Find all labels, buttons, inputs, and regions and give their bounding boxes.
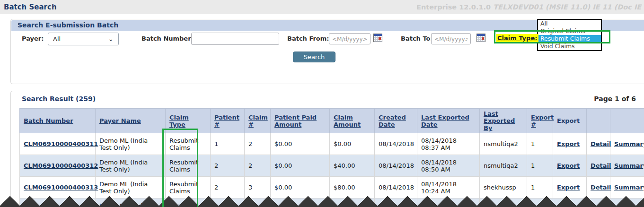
col-header-patient-paid[interactable]: Patient Paid Amount [271, 109, 330, 133]
col-header-patient-count[interactable]: Patient # [211, 109, 245, 133]
payer-name-cell: Demo ML (India Test Only) [96, 133, 166, 155]
last-exported-by-cell: shekhussp [480, 177, 527, 198]
patient-paid-cell: $0.00 [271, 155, 330, 177]
batch-to-label: Batch To: [401, 35, 433, 42]
calendar-icon[interactable] [373, 34, 382, 42]
col-header-claim-type[interactable]: Claim Type [166, 109, 211, 133]
col-header-last-exported-by[interactable]: Last Exported By [480, 109, 527, 133]
top-bar: Batch Search Enterprise 12.0.1.0 TELXDEV… [0, 0, 644, 14]
environment-version: Enterprise 12.0.1.0 [416, 3, 493, 11]
claim-amount-cell: $40.00 [330, 155, 375, 177]
environment-info: Enterprise 12.0.1.0 TELXDEVD01 (MSIE 11.… [416, 3, 644, 11]
batch-number-label: Batch Number: [141, 35, 194, 42]
claim-amount-cell: $80.00 [330, 177, 375, 198]
last-exported-date-cell: 08/14/2018 08:50 AM [417, 155, 480, 177]
batch-number-input[interactable] [191, 33, 279, 45]
created-date-cell: 08/14/2018 [375, 133, 417, 155]
batch-number-link[interactable]: CLM06910000400312 [24, 162, 98, 169]
payer-label: Payer: [22, 35, 44, 42]
payer-selected-value: All [53, 35, 61, 43]
claim-type-cell: Resubmit Claims [166, 177, 211, 198]
last-exported-date-cell: 08/14/2018 08:37 AM [417, 133, 480, 155]
claim-type-dropdown[interactable]: All Original Claims Resubmit Claims Void… [537, 19, 602, 51]
last-exported-by-cell: nsmultiqa2 [480, 133, 527, 155]
patient-count-cell: 1 [211, 133, 245, 155]
detail-link[interactable]: Detail [591, 184, 611, 191]
claim-type-cell: Resubmit Claims [166, 155, 211, 177]
search-button[interactable]: Search [293, 52, 335, 62]
claim-type-option-void[interactable]: Void Claims [538, 43, 601, 50]
col-header-detail [587, 109, 610, 133]
col-header-created-date[interactable]: Created Date [375, 109, 417, 133]
payer-name-cell: Demo ML (India Test Only) [96, 155, 166, 177]
chevron-down-icon: ⌄ [108, 33, 114, 45]
environment-details: TELXDEVD01 (MSIE 11.0) IE 11 (Doc IE 11)… [493, 3, 644, 11]
patient-paid-cell: $0.00 [271, 133, 330, 155]
page-title: Batch Search [4, 3, 57, 11]
batch-to-input[interactable] [431, 33, 471, 44]
table-header-row: Batch Number Payer Name Claim Type Patie… [20, 109, 644, 133]
summary-link[interactable]: Summary [614, 140, 644, 147]
col-header-payer-name[interactable]: Payer Name [96, 109, 166, 133]
batch-number-link[interactable]: CLM06910000400313 [24, 184, 98, 191]
batch-number-link[interactable]: CLM06910000400311 [24, 140, 98, 147]
summary-link[interactable]: Summary [614, 162, 644, 169]
payer-name-cell: Demo ML (India Test Only) [96, 177, 166, 198]
page-indicator: Page 1 of 6 [594, 95, 636, 103]
claim-type-label[interactable]: Claim Type: [496, 34, 538, 42]
claim-type-option-all[interactable]: All [538, 20, 601, 27]
table-row: CLM06910000400312 Demo ML (India Test On… [20, 155, 644, 177]
col-header-last-exported-date[interactable]: Last Exported Date [417, 109, 480, 133]
claim-count-cell: 3 [245, 177, 271, 198]
detail-link[interactable]: Detail [591, 140, 611, 147]
col-header-export-num[interactable]: Export # [527, 109, 553, 133]
torn-edge-decoration [0, 196, 644, 207]
claim-type-cell: Resubmit Claims [166, 133, 211, 155]
export-num-cell: 1 [527, 177, 553, 198]
summary-link[interactable]: Summary [614, 184, 644, 191]
last-exported-by-cell: nsmultiqa2 [480, 155, 527, 177]
table-row: CLM06910000400311 Demo ML (India Test On… [20, 133, 644, 155]
claim-count-cell: 2 [245, 133, 271, 155]
patient-count-cell: 2 [211, 177, 245, 198]
created-date-cell: 08/14/2018 [375, 177, 417, 198]
export-link[interactable]: Export [557, 140, 580, 147]
col-header-batch-number[interactable]: Batch Number [20, 109, 96, 133]
patient-paid-cell: $0.00 [271, 177, 330, 198]
results-title: Search Result (259) [22, 95, 96, 103]
table-row: CLM06910000400313 Demo ML (India Test On… [20, 177, 644, 198]
claim-count-cell: 2 [245, 155, 271, 177]
claim-type-option-original[interactable]: Original Claims [538, 27, 601, 35]
batch-from-label: Batch From: [287, 35, 329, 42]
export-link[interactable]: Export [557, 162, 580, 169]
results-panel: Search Result (259) Page 1 of 6 Batch Nu… [10, 91, 644, 207]
calendar-icon[interactable] [476, 34, 485, 42]
claim-amount-cell: $0.00 [330, 133, 375, 155]
claim-type-option-resubmit[interactable]: Resubmit Claims [538, 35, 601, 43]
export-link[interactable]: Export [557, 184, 580, 191]
export-num-cell: 1 [527, 133, 553, 155]
col-header-summary [610, 109, 644, 133]
created-date-cell: 08/14/2018 [375, 155, 417, 177]
last-exported-date-cell: 08/14/2018 10:24 AM [417, 177, 480, 198]
col-header-claim-amount[interactable]: Claim Amount [330, 109, 375, 133]
export-num-cell: 1 [527, 155, 553, 177]
col-header-claim-count[interactable]: Claim # [245, 109, 271, 133]
col-header-export: Export [553, 109, 587, 133]
payer-select[interactable]: All ⌄ [48, 33, 119, 45]
results-table: Batch Number Payer Name Claim Type Patie… [19, 108, 644, 207]
batch-from-input[interactable] [329, 33, 371, 44]
detail-link[interactable]: Detail [591, 162, 611, 169]
patient-count-cell: 2 [211, 155, 245, 177]
